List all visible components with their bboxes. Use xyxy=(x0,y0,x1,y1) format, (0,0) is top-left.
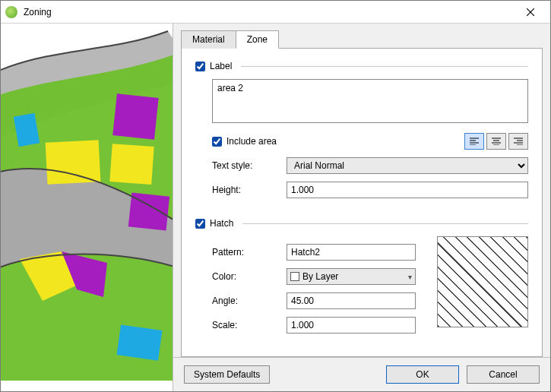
zoning-map-preview xyxy=(1,24,173,391)
include-area-checkbox[interactable] xyxy=(212,137,222,147)
align-right-button[interactable] xyxy=(508,133,528,150)
hatch-header-text: Hatch xyxy=(210,218,233,229)
app-icon xyxy=(5,6,17,18)
hatch-preview xyxy=(437,236,528,327)
properties-panel: Material Zone Label area 2 Include area xyxy=(173,24,550,391)
align-right-icon xyxy=(513,138,524,145)
window-title: Zoning xyxy=(24,7,515,17)
color-label: Color: xyxy=(212,271,287,282)
include-area-label: Include area xyxy=(226,136,277,147)
color-value: By Layer xyxy=(302,271,338,282)
close-icon xyxy=(527,8,534,16)
divider xyxy=(241,66,528,67)
angle-input[interactable] xyxy=(287,292,416,309)
hatch-enable-checkbox[interactable] xyxy=(195,219,205,229)
tabstrip: Material Zone xyxy=(173,24,550,48)
align-left-icon xyxy=(469,138,480,145)
tab-material[interactable]: Material xyxy=(181,30,236,49)
cancel-button[interactable]: Cancel xyxy=(467,365,540,384)
pattern-label: Pattern: xyxy=(212,247,287,258)
label-group-header: Label xyxy=(195,61,528,71)
tab-zone[interactable]: Zone xyxy=(236,30,279,49)
svg-rect-3 xyxy=(112,93,158,139)
label-enable-checkbox[interactable] xyxy=(195,62,205,71)
scale-input[interactable] xyxy=(287,317,416,334)
label-header-text: Label xyxy=(210,61,232,71)
text-align-group xyxy=(464,133,528,150)
align-left-button[interactable] xyxy=(464,133,484,150)
divider xyxy=(242,223,528,224)
hatch-group-header: Hatch xyxy=(195,218,528,229)
system-defaults-button[interactable]: System Defaults xyxy=(184,365,270,384)
align-center-button[interactable] xyxy=(486,133,506,150)
ok-button[interactable]: OK xyxy=(386,365,459,384)
angle-label: Angle: xyxy=(212,296,287,306)
height-label: Height: xyxy=(212,185,287,195)
pattern-input[interactable] xyxy=(287,244,416,261)
close-button[interactable] xyxy=(515,2,546,23)
titlebar: Zoning xyxy=(1,1,550,24)
zoning-dialog: Zoning xyxy=(0,0,551,392)
label-text-input[interactable]: area 2 xyxy=(212,79,528,123)
svg-rect-4 xyxy=(46,140,101,185)
chevron-down-icon: ▾ xyxy=(408,273,412,281)
text-style-label: Text style: xyxy=(212,160,287,171)
scale-label: Scale: xyxy=(212,320,287,330)
color-chip-icon xyxy=(290,272,299,281)
align-center-icon xyxy=(491,138,502,145)
svg-rect-7 xyxy=(116,324,162,360)
tabpage-zone: Label area 2 Include area xyxy=(181,48,543,357)
svg-rect-5 xyxy=(109,144,154,185)
height-input[interactable] xyxy=(287,182,528,198)
text-style-select[interactable]: Arial Normal xyxy=(287,157,528,174)
color-select[interactable]: By Layer ▾ xyxy=(287,268,416,285)
dialog-footer: System Defaults OK Cancel xyxy=(173,357,550,391)
